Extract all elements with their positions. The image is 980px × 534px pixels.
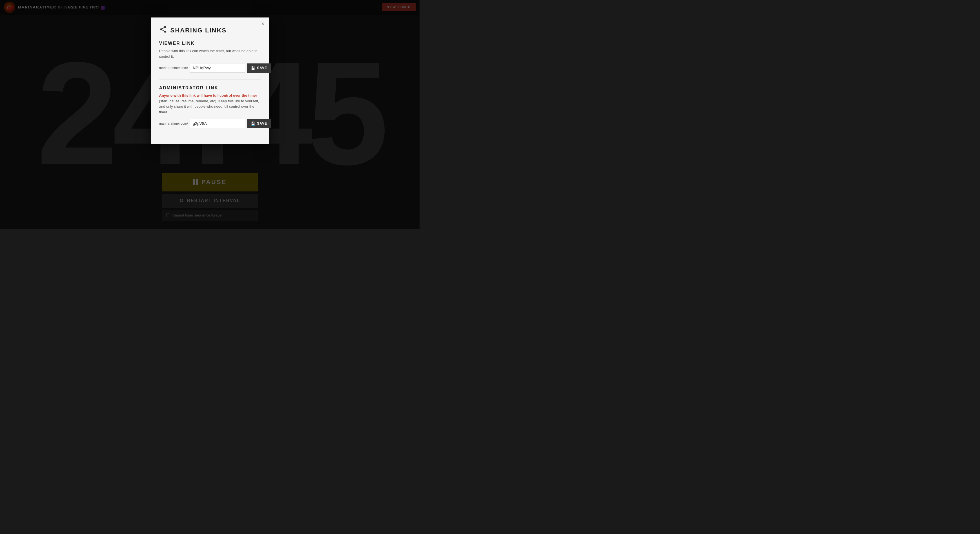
admin-link-input[interactable] bbox=[189, 119, 245, 128]
modal-title: SHARING LINKS bbox=[170, 27, 227, 34]
viewer-url-prefix: marinaratimer.com/ bbox=[159, 66, 188, 70]
admin-url-prefix: marinaratimer.com/ bbox=[159, 121, 188, 126]
admin-save-label: SAVE bbox=[257, 121, 267, 126]
modal-overlay: × SHARING LINKS VIEWER LINK People with … bbox=[0, 0, 420, 229]
admin-link-row: marinaratimer.com/ 💾 SAVE bbox=[159, 119, 261, 128]
admin-warning-red: Anyone with this link will have full con… bbox=[159, 93, 257, 97]
viewer-link-row: marinaratimer.com/ 💾 SAVE bbox=[159, 63, 261, 73]
viewer-link-description: People with this link can watch the time… bbox=[159, 48, 261, 59]
admin-warning: Anyone with this link will have full con… bbox=[159, 93, 261, 115]
save-disk-icon: 💾 bbox=[251, 66, 256, 70]
viewer-save-button[interactable]: 💾 SAVE bbox=[247, 64, 271, 73]
svg-line-4 bbox=[162, 28, 164, 29]
share-icon bbox=[159, 26, 167, 35]
admin-save-button[interactable]: 💾 SAVE bbox=[247, 119, 271, 128]
svg-point-0 bbox=[164, 26, 166, 28]
modal-title-area: SHARING LINKS bbox=[159, 26, 261, 35]
section-divider bbox=[159, 80, 261, 80]
viewer-save-label: SAVE bbox=[257, 66, 267, 70]
admin-warning-rest: (start, pause, resume, rename, etc). Kee… bbox=[159, 99, 259, 114]
svg-point-2 bbox=[164, 31, 166, 33]
sharing-links-modal: × SHARING LINKS VIEWER LINK People with … bbox=[151, 18, 269, 144]
viewer-link-input[interactable] bbox=[189, 63, 245, 73]
admin-link-title: ADMINISTRATOR LINK bbox=[159, 85, 261, 91]
modal-close-button[interactable]: × bbox=[261, 21, 264, 27]
svg-point-1 bbox=[160, 29, 162, 30]
svg-line-3 bbox=[162, 30, 164, 31]
admin-save-disk-icon: 💾 bbox=[251, 121, 256, 126]
viewer-link-title: VIEWER LINK bbox=[159, 41, 261, 46]
